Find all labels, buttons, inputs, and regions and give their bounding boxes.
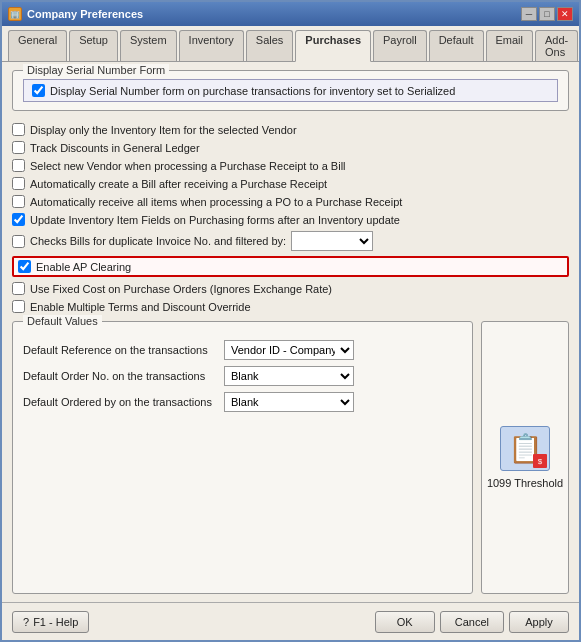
bottom-section: Default Values Default Reference on the … (12, 321, 569, 594)
main-content: Display Serial Number Form Display Seria… (2, 62, 579, 602)
ok-button[interactable]: OK (375, 611, 435, 633)
help-button[interactable]: ? F1 - Help (12, 611, 89, 633)
default-orderedby-label: Default Ordered by on the transactions (23, 396, 218, 408)
tab-default[interactable]: Default (429, 30, 484, 61)
multiple-terms-row: Enable Multiple Terms and Discount Overr… (12, 300, 569, 313)
apply-button[interactable]: Apply (509, 611, 569, 633)
default-reference-label: Default Reference on the transactions (23, 344, 218, 356)
multiple-terms-checkbox[interactable] (12, 300, 25, 313)
help-label: F1 - Help (33, 616, 78, 628)
tab-inventory[interactable]: Inventory (179, 30, 244, 61)
tab-purchases[interactable]: Purchases (295, 30, 371, 62)
checkbox-row-6: Update Inventory Item Fields on Purchasi… (12, 213, 569, 226)
title-bar: 🏢 Company Preferences ─ □ ✕ (2, 2, 579, 26)
app-icon: 🏢 (8, 7, 22, 21)
title-bar-left: 🏢 Company Preferences (8, 7, 143, 21)
serial-number-group: Display Serial Number Form Display Seria… (12, 70, 569, 111)
checkbox-label-3: Select new Vendor when processing a Purc… (30, 160, 346, 172)
checkboxes-area: Display only the Inventory Item for the … (12, 123, 569, 313)
serial-inner-box: Display Serial Number form on purchase t… (23, 79, 558, 102)
checks-bills-label: Checks Bills for duplicate Invoice No. a… (30, 235, 286, 247)
checks-bills-checkbox[interactable] (12, 235, 25, 248)
window-title: Company Preferences (27, 8, 143, 20)
checkbox-1[interactable] (12, 123, 25, 136)
window: 🏢 Company Preferences ─ □ ✕ General Setu… (0, 0, 581, 642)
checkbox-label-5: Automatically receive all items when pro… (30, 196, 402, 208)
checkbox-row-3: Select new Vendor when processing a Purc… (12, 159, 569, 172)
serial-checkbox-label: Display Serial Number form on purchase t… (50, 85, 455, 97)
checkbox-5[interactable] (12, 195, 25, 208)
default-order-select[interactable]: Blank PO Number Reference (224, 366, 354, 386)
checkbox-row-5: Automatically receive all items when pro… (12, 195, 569, 208)
title-buttons: ─ □ ✕ (521, 7, 573, 21)
checkbox-4[interactable] (12, 177, 25, 190)
tab-general[interactable]: General (8, 30, 67, 61)
default-values-label: Default Values (23, 315, 102, 327)
threshold-red-badge: $ (533, 454, 547, 468)
enable-clearing-row: Enable AP Clearing (12, 256, 569, 277)
default-orderedby-select[interactable]: Blank User Name (224, 392, 354, 412)
close-button[interactable]: ✕ (557, 7, 573, 21)
fixed-cost-label: Use Fixed Cost on Purchase Orders (Ignor… (30, 283, 332, 295)
checkbox-row-4: Automatically create a Bill after receiv… (12, 177, 569, 190)
serial-group-label: Display Serial Number Form (23, 64, 169, 76)
multiple-terms-label: Enable Multiple Terms and Discount Overr… (30, 301, 251, 313)
checkbox-6[interactable] (12, 213, 25, 226)
minimize-button[interactable]: ─ (521, 7, 537, 21)
default-reference-select[interactable]: Vendor ID - Company Name Vendor ID Compa… (224, 340, 354, 360)
serial-checkbox[interactable] (32, 84, 45, 97)
checkbox-2[interactable] (12, 141, 25, 154)
default-order-label: Default Order No. on the transactions (23, 370, 218, 382)
checkbox-row-2: Track Discounts in General Ledger (12, 141, 569, 154)
checkbox-label-1: Display only the Inventory Item for the … (30, 124, 297, 136)
tab-system[interactable]: System (120, 30, 177, 61)
help-icon: ? (23, 616, 29, 628)
default-values-form: Default Reference on the transactions Ve… (23, 340, 462, 412)
serial-checkbox-row: Display Serial Number form on purchase t… (32, 84, 549, 97)
default-orderedby-row: Default Ordered by on the transactions B… (23, 392, 462, 412)
checkbox-label-6: Update Inventory Item Fields on Purchasi… (30, 214, 400, 226)
default-values-group: Default Values Default Reference on the … (12, 321, 473, 594)
footer-buttons: OK Cancel Apply (375, 611, 569, 633)
fixed-cost-checkbox[interactable] (12, 282, 25, 295)
fixed-cost-row: Use Fixed Cost on Purchase Orders (Ignor… (12, 282, 569, 295)
tab-payroll[interactable]: Payroll (373, 30, 427, 61)
enable-clearing-label: Enable AP Clearing (36, 261, 131, 273)
tab-setup[interactable]: Setup (69, 30, 118, 61)
footer: ? F1 - Help OK Cancel Apply (2, 602, 579, 640)
default-order-row: Default Order No. on the transactions Bl… (23, 366, 462, 386)
tab-bar: General Setup System Inventory Sales Pur… (2, 26, 579, 62)
checks-bills-dropdown[interactable]: Vendor All Vendors (291, 231, 373, 251)
checkbox-label-2: Track Discounts in General Ledger (30, 142, 200, 154)
checkbox-label-4: Automatically create a Bill after receiv… (30, 178, 327, 190)
tab-addons[interactable]: Add-Ons (535, 30, 578, 61)
maximize-button[interactable]: □ (539, 7, 555, 21)
cancel-button[interactable]: Cancel (440, 611, 504, 633)
checkbox-3[interactable] (12, 159, 25, 172)
tab-email[interactable]: Email (486, 30, 534, 61)
checks-bills-row: Checks Bills for duplicate Invoice No. a… (12, 231, 569, 251)
enable-clearing-checkbox[interactable] (18, 260, 31, 273)
threshold-box[interactable]: 📋 $ 1099 Threshold (481, 321, 569, 594)
threshold-label: 1099 Threshold (487, 477, 563, 489)
threshold-icon: 📋 $ (500, 426, 550, 471)
checkbox-row-1: Display only the Inventory Item for the … (12, 123, 569, 136)
default-reference-row: Default Reference on the transactions Ve… (23, 340, 462, 360)
tab-sales[interactable]: Sales (246, 30, 294, 61)
